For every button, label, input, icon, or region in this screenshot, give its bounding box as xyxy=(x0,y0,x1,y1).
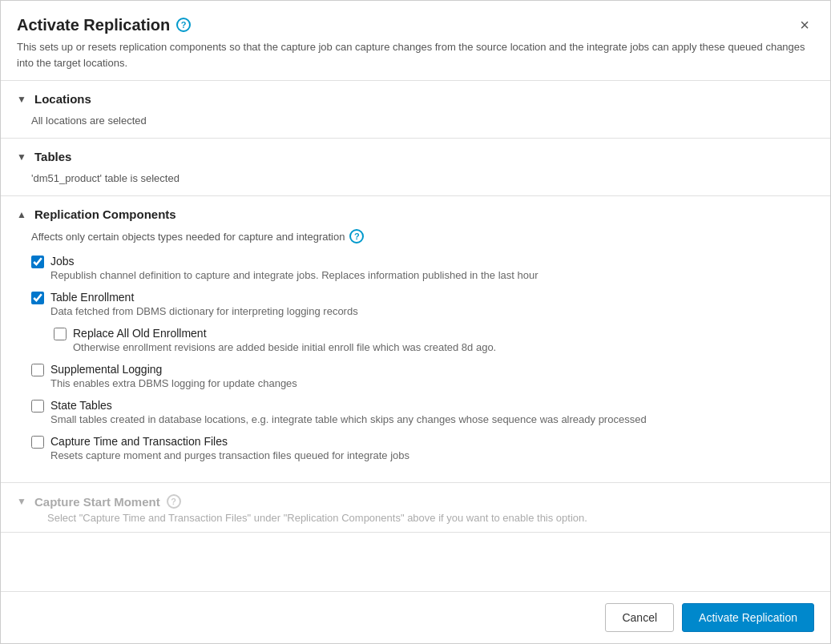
capture-time-label: Capture Time and Transaction Files xyxy=(50,435,409,448)
replication-components-header[interactable]: ▲ Replication Components xyxy=(1,196,830,229)
supplemental-logging-label: Supplemental Logging xyxy=(50,363,297,376)
capture-start-header: ▼ Capture Start Moment ? xyxy=(17,494,814,509)
replication-description: Affects only certain objects types neede… xyxy=(31,229,814,244)
table-enrollment-checkbox[interactable] xyxy=(31,292,44,304)
replication-help-icon[interactable]: ? xyxy=(349,229,364,244)
supplemental-logging-checkbox[interactable] xyxy=(31,364,44,376)
table-enrollment-desc: Data fetched from DBMS dictionary for in… xyxy=(50,305,358,317)
capture-time-label-group: Capture Time and Transaction Files Reset… xyxy=(50,435,409,461)
jobs-checkbox-wrapper xyxy=(31,256,44,271)
table-enrollment-checkbox-wrapper xyxy=(31,292,44,307)
state-tables-checkbox[interactable] xyxy=(31,400,44,413)
locations-chevron: ▼ xyxy=(17,94,28,105)
state-tables-label: State Tables xyxy=(50,399,647,412)
close-button[interactable]: × xyxy=(795,15,814,34)
replace-enrollment-checkbox-wrapper xyxy=(54,328,67,343)
supplemental-logging-checkbox-wrapper xyxy=(31,364,44,379)
locations-content: All locations are selected xyxy=(1,114,830,138)
dialog-title-text: Activate Replication xyxy=(17,16,170,34)
jobs-label: Jobs xyxy=(50,255,539,268)
locations-title: Locations xyxy=(34,92,91,106)
locations-section-header[interactable]: ▼ Locations xyxy=(1,81,830,114)
capture-start-help-icon: ? xyxy=(167,494,181,509)
dialog-body: ▼ Locations All locations are selected ▼… xyxy=(1,81,830,591)
table-enrollment-label: Table Enrollment xyxy=(50,291,358,304)
table-enrollment-label-group: Table Enrollment Data fetched from DBMS … xyxy=(50,291,358,317)
activate-replication-dialog: Activate Replication ? × This sets up or… xyxy=(0,0,831,644)
capture-start-title: Capture Start Moment xyxy=(34,495,160,509)
tables-section: ▼ Tables 'dm51_product' table is selecte… xyxy=(1,139,830,196)
replace-enrollment-label-group: Replace All Old Enrollment Otherwise enr… xyxy=(73,327,496,353)
locations-value: All locations are selected xyxy=(31,115,147,127)
capture-start-chevron: ▼ xyxy=(17,496,28,507)
tables-section-header[interactable]: ▼ Tables xyxy=(1,139,830,171)
replace-enrollment-checkbox[interactable] xyxy=(54,328,67,340)
state-tables-checkbox-wrapper xyxy=(31,400,44,415)
table-enrollment-checkbox-row: Table Enrollment Data fetched from DBMS … xyxy=(31,291,814,317)
dialog-title: Activate Replication ? xyxy=(17,16,191,34)
state-tables-checkbox-row: State Tables Small tables created in dat… xyxy=(31,399,814,425)
state-tables-desc: Small tables created in database locatio… xyxy=(50,413,647,425)
replace-enrollment-checkbox-row: Replace All Old Enrollment Otherwise enr… xyxy=(54,327,814,353)
title-help-icon[interactable]: ? xyxy=(176,18,191,32)
tables-content: 'dm51_product' table is selected xyxy=(1,171,830,195)
capture-start-note: Select "Capture Time and Transaction Fil… xyxy=(17,509,814,524)
jobs-checkbox-row: Jobs Republish channel definition to cap… xyxy=(31,255,814,281)
activate-replication-button[interactable]: Activate Replication xyxy=(682,603,814,632)
replication-components-section: ▲ Replication Components Affects only ce… xyxy=(1,196,830,483)
tables-value: 'dm51_product' table is selected xyxy=(31,172,180,184)
tables-title: Tables xyxy=(34,150,71,163)
replication-description-text: Affects only certain objects types neede… xyxy=(31,231,345,243)
dialog-header: Activate Replication ? × This sets up or… xyxy=(1,1,830,81)
supplemental-logging-label-group: Supplemental Logging This enables extra … xyxy=(50,363,297,389)
jobs-checkbox[interactable] xyxy=(31,256,44,268)
capture-time-checkbox-row: Capture Time and Transaction Files Reset… xyxy=(31,435,814,461)
capture-start-section: ▼ Capture Start Moment ? Select "Capture… xyxy=(1,483,830,533)
dialog-footer: Cancel Activate Replication xyxy=(1,591,830,643)
replication-chevron: ▲ xyxy=(17,209,28,220)
state-tables-label-group: State Tables Small tables created in dat… xyxy=(50,399,647,425)
capture-start-inner: ▼ Capture Start Moment ? Select "Capture… xyxy=(1,483,830,532)
capture-time-checkbox[interactable] xyxy=(31,436,44,449)
locations-section: ▼ Locations All locations are selected xyxy=(1,81,830,139)
replication-title: Replication Components xyxy=(34,207,176,221)
supplemental-logging-desc: This enables extra DBMS logging for upda… xyxy=(50,377,297,389)
replication-content: Affects only certain objects types neede… xyxy=(1,229,830,482)
supplemental-logging-checkbox-row: Supplemental Logging This enables extra … xyxy=(31,363,814,389)
jobs-label-group: Jobs Republish channel definition to cap… xyxy=(50,255,539,281)
jobs-desc: Republish channel definition to capture … xyxy=(50,269,539,281)
capture-time-desc: Resets capture moment and purges transac… xyxy=(50,449,409,461)
replace-enrollment-desc: Otherwise enrollment revisions are added… xyxy=(73,341,496,353)
cancel-button[interactable]: Cancel xyxy=(605,603,674,632)
capture-time-checkbox-wrapper xyxy=(31,436,44,451)
dialog-subtitle: This sets up or resets replication compo… xyxy=(17,39,814,70)
replace-enrollment-label: Replace All Old Enrollment xyxy=(73,327,496,340)
tables-chevron: ▼ xyxy=(17,151,28,163)
